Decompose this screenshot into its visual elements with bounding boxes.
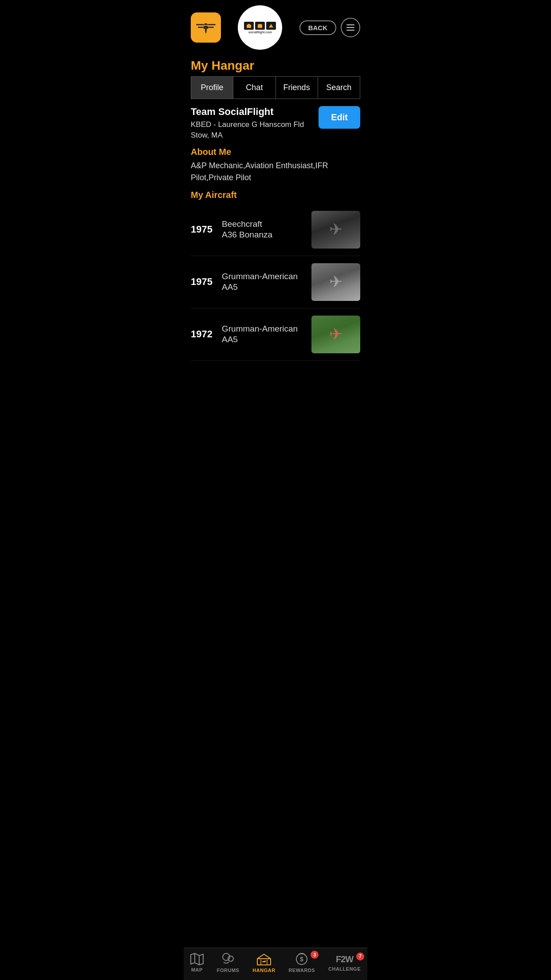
profile-header: Team SocialFlight KBED - Laurence G Hans…	[191, 106, 360, 141]
aircraft-year: 1975	[191, 276, 222, 288]
back-button[interactable]: BACK	[299, 20, 336, 35]
about-me-text: A&P Mechanic,Aviation Enthusiast,IFR Pil…	[191, 160, 360, 184]
hamburger-icon	[346, 24, 354, 31]
profile-content: Team SocialFlight KBED - Laurence G Hans…	[184, 99, 367, 401]
aircraft-make: Beechcraft	[222, 219, 311, 229]
tab-profile[interactable]: Profile	[191, 77, 233, 99]
aircraft-year: 1975	[191, 224, 222, 235]
aircraft-year: 1972	[191, 328, 222, 340]
aircraft-details: Grumman-American AA5	[222, 272, 311, 292]
aircraft-details: Beechcraft A36 Bonanza	[222, 219, 311, 240]
aircraft-model: AA5	[222, 282, 311, 292]
aircraft-thumbnail	[311, 316, 360, 353]
aircraft-make: Grumman-American	[222, 324, 311, 334]
svg-marker-3	[203, 23, 209, 25]
aircraft-model: AA5	[222, 335, 311, 344]
aircraft-thumbnail	[311, 211, 360, 249]
center-logo: socialflight.com	[238, 5, 282, 50]
page-title: My Hangar	[184, 55, 367, 75]
profile-airport: KBED - Laurence G Hanscom Fld	[191, 119, 304, 130]
menu-button[interactable]	[341, 18, 360, 37]
header: SocialFlight socialflight.com BACK	[184, 0, 367, 55]
svg-marker-12	[269, 24, 273, 28]
tab-chat[interactable]: Chat	[233, 77, 276, 99]
aircraft-item[interactable]: 1975 Grumman-American AA5	[191, 256, 360, 308]
profile-info: Team SocialFlight KBED - Laurence G Hans…	[191, 106, 304, 141]
profile-name: Team SocialFlight	[191, 106, 304, 118]
svg-rect-11	[260, 24, 261, 25]
tab-search[interactable]: Search	[318, 77, 360, 99]
svg-rect-8	[248, 24, 250, 26]
aircraft-list: 1975 Beechcraft A36 Bonanza 1975 Grumman…	[191, 204, 360, 361]
aircraft-item[interactable]: 1972 Grumman-American AA5	[191, 308, 360, 361]
my-aircraft-title: My Aircraft	[191, 190, 360, 200]
aircraft-details: Grumman-American AA5	[222, 324, 311, 344]
svg-marker-5	[205, 32, 207, 34]
svg-rect-4	[205, 28, 207, 32]
aircraft-item[interactable]: 1975 Beechcraft A36 Bonanza	[191, 204, 360, 256]
aircraft-model: A36 Bonanza	[222, 230, 311, 240]
about-me-title: About Me	[191, 147, 360, 157]
svg-rect-10	[259, 24, 260, 25]
profile-location: Stow, MA	[191, 130, 304, 141]
tab-bar: Profile Chat Friends Search	[191, 76, 360, 99]
header-actions: BACK	[299, 18, 360, 37]
tab-friends[interactable]: Friends	[276, 77, 318, 99]
aircraft-thumbnail	[311, 263, 360, 301]
edit-button[interactable]: Edit	[319, 106, 360, 129]
svg-text:SocialFlight: SocialFlight	[198, 35, 213, 38]
app-logo: SocialFlight	[191, 12, 221, 43]
aircraft-make: Grumman-American	[222, 272, 311, 281]
